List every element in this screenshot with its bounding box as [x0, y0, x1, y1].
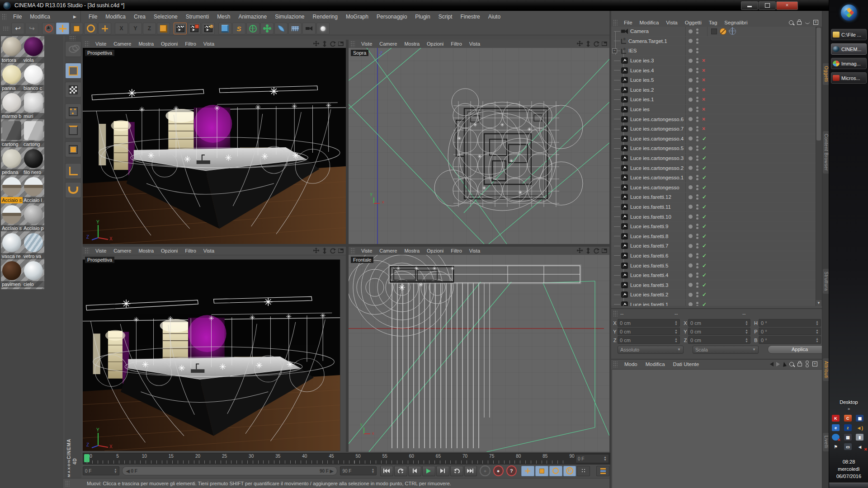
- axis-x-button[interactable]: X: [115, 23, 128, 34]
- visibility-toggles[interactable]: [696, 263, 698, 269]
- material-preview[interactable]: [24, 233, 43, 252]
- visibility-toggles[interactable]: [696, 47, 698, 54]
- expand-tag-icon[interactable]: [711, 28, 717, 34]
- input-device-icon[interactable]: ▤: [844, 434, 852, 441]
- enabled-toggle[interactable]: ×: [702, 106, 708, 113]
- rotate-view-icon[interactable]: [593, 41, 600, 47]
- rotate-view-icon[interactable]: [329, 248, 336, 254]
- object-row[interactable]: Luce ies.5 ×: [611, 75, 816, 85]
- visibility-toggles[interactable]: [696, 243, 698, 249]
- move-tool-button[interactable]: [56, 23, 69, 34]
- layer-dot[interactable]: [689, 127, 693, 131]
- viewport-menu-item[interactable]: Viste: [358, 41, 376, 47]
- visibility-toggles[interactable]: [696, 155, 698, 161]
- tab-oggetti[interactable]: Oggetti: [823, 63, 829, 85]
- rotation-b-input[interactable]: 0 °▲▼: [759, 336, 821, 344]
- drag-grip[interactable]: [613, 310, 618, 317]
- visibility-toggles[interactable]: [696, 204, 698, 210]
- dolly-icon[interactable]: [321, 41, 328, 47]
- visibility-toggles[interactable]: [696, 116, 698, 122]
- layer-dot[interactable]: [689, 78, 693, 82]
- enabled-toggle[interactable]: ✓: [702, 223, 708, 230]
- object-label[interactable]: Camera: [630, 28, 649, 34]
- pan-icon[interactable]: [313, 41, 320, 47]
- enabled-toggle[interactable]: ✓: [702, 291, 708, 298]
- enabled-toggle[interactable]: ✓: [702, 214, 708, 220]
- protection-tag-icon[interactable]: [720, 28, 726, 35]
- timeline-end-spinner[interactable]: 0 F▲▼: [576, 454, 609, 463]
- object-row[interactable]: Camera.Target.1: [611, 37, 816, 47]
- material-label[interactable]: vasca re: [1, 253, 23, 259]
- taskbar-clock[interactable]: 08:28 mercoledì 06/07/2016: [829, 458, 868, 480]
- enabled-toggle[interactable]: ✓: [702, 301, 708, 306]
- viewport-menu-item[interactable]: Filtro: [181, 41, 199, 47]
- material-preview[interactable]: [24, 149, 43, 168]
- main-menu-item[interactable]: Rendering: [309, 14, 342, 20]
- scroll-down-arrow[interactable]: ▼: [816, 300, 821, 306]
- loop-button[interactable]: [394, 466, 407, 476]
- search-icon[interactable]: [789, 362, 794, 366]
- scale-x-input[interactable]: 0 cm▲▼: [688, 319, 750, 327]
- object-row[interactable]: Luce ies.faretti.8 ✓: [611, 231, 816, 241]
- floor-environment-button[interactable]: [288, 23, 302, 34]
- viewport-menu-item[interactable]: Camere: [110, 248, 135, 253]
- tab-attributi[interactable]: Attributi: [823, 358, 829, 381]
- object-row[interactable]: Luce ies.cartongesso.2 ✓: [611, 163, 816, 173]
- coordinate-system-button[interactable]: [157, 23, 170, 34]
- object-label[interactable]: Luce ies.cartongesso.7: [630, 126, 684, 131]
- timeline-ruler[interactable]: 051015202530354045505560657075808590 0 F…: [83, 453, 610, 465]
- object-row[interactable]: Luce ies.faretti.11 ✓: [611, 202, 816, 212]
- eye-icon[interactable]: [805, 21, 810, 24]
- scene-camera-button[interactable]: [302, 23, 316, 34]
- layer-dot[interactable]: [689, 225, 693, 229]
- dolly-icon[interactable]: [585, 41, 592, 47]
- viewport-label[interactable]: Prospettiva: [85, 50, 114, 56]
- material-item[interactable]: viola: [23, 36, 44, 64]
- scale-y-input[interactable]: 0 cm▲▼: [688, 328, 750, 335]
- network-error-icon[interactable]: [832, 434, 840, 441]
- material-label[interactable]: panna: [1, 85, 23, 91]
- enabled-toggle[interactable]: ×: [702, 67, 708, 74]
- rotate-tool-button[interactable]: [84, 23, 97, 34]
- object-manager-menu-item[interactable]: File: [620, 20, 636, 25]
- material-label[interactable]: Acciaio s: [1, 225, 23, 231]
- enabled-toggle[interactable]: ✓: [702, 165, 708, 171]
- render-view-button[interactable]: [174, 23, 187, 34]
- mute-icon[interactable]: ◄: [856, 443, 863, 450]
- rotate-view-icon[interactable]: [593, 248, 600, 254]
- viewport-menu-item[interactable]: Mostra: [135, 41, 157, 47]
- material-preview[interactable]: [2, 37, 21, 56]
- pan-icon[interactable]: [313, 248, 320, 254]
- main-menu-item[interactable]: Personaggio: [373, 14, 411, 20]
- material-item[interactable]: cielo: [23, 260, 44, 288]
- layer-dot[interactable]: [689, 136, 693, 141]
- attribute-menu-item[interactable]: Dati Utente: [669, 361, 703, 367]
- visibility-toggles[interactable]: [696, 194, 698, 200]
- palette-menu-item[interactable]: Modifica: [26, 14, 54, 20]
- material-label[interactable]: pedana: [1, 169, 23, 175]
- deformer-button[interactable]: [246, 23, 259, 34]
- layer-dot[interactable]: [689, 253, 693, 258]
- coord-scale-dropdown[interactable]: Scala▼: [693, 346, 759, 354]
- viewport-menu-item[interactable]: Vista: [200, 41, 218, 47]
- viewport1-perspective[interactable]: Prospettiva Y X Z: [83, 48, 346, 244]
- undo-button[interactable]: ↩: [11, 23, 24, 34]
- object-tree-scrollbar[interactable]: ▼: [816, 27, 822, 306]
- layer-dot[interactable]: [689, 29, 693, 33]
- lock-icon[interactable]: [797, 363, 802, 366]
- object-row[interactable]: Luce ies.3 ×: [611, 56, 816, 66]
- viewport-menu-item[interactable]: Vista: [466, 41, 484, 47]
- layer-dot[interactable]: [689, 185, 693, 189]
- object-label[interactable]: Luce ies.faretti.10: [630, 214, 671, 220]
- visibility-toggles[interactable]: [696, 96, 698, 103]
- material-label[interactable]: Acciaio s: [1, 197, 23, 203]
- object-label[interactable]: Luce ies.3: [630, 58, 654, 63]
- enabled-toggle[interactable]: ✓: [702, 184, 708, 191]
- visibility-toggles[interactable]: [696, 282, 698, 288]
- ccleaner-icon[interactable]: C: [844, 415, 852, 422]
- coord-mode-dropdown[interactable]: Assoluto▼: [618, 346, 684, 354]
- material-item[interactable]: vasca re: [1, 232, 23, 260]
- desktop-toolbar-label[interactable]: Desktop: [829, 399, 868, 405]
- play-reverse-button[interactable]: [450, 466, 463, 476]
- drag-grip[interactable]: [613, 19, 618, 26]
